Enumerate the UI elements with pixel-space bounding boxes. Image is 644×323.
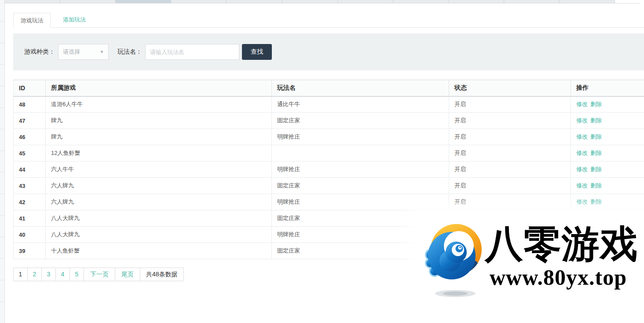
last-page-button[interactable]: 尾页 <box>115 268 140 281</box>
col-header-play: 玩法名 <box>272 80 449 96</box>
cell-status: 开启 <box>449 194 571 210</box>
top-strip-segment <box>227 0 282 3</box>
table-row: 47牌九固定庄家开启修改删除 <box>14 113 644 129</box>
cell-id: 39 <box>14 243 46 259</box>
page-button-1[interactable]: 1 <box>13 268 28 281</box>
table-row: 48道游6人牛牛通比牛牛开启修改删除 <box>14 96 644 113</box>
cell-status: 开启 <box>449 129 571 145</box>
search-button[interactable]: 查找 <box>242 44 272 60</box>
cell-actions: 修改删除 <box>571 113 644 129</box>
cell-id: 48 <box>14 96 46 113</box>
top-strip-segment <box>615 0 640 3</box>
edit-link[interactable]: 修改 <box>576 166 588 173</box>
cell-game: 道游6人牛牛 <box>46 96 272 113</box>
top-tab-strip <box>5 0 640 4</box>
cell-game: 牌九 <box>46 113 272 129</box>
caret-down-icon: ▼ <box>100 50 104 54</box>
play-name-input[interactable] <box>145 44 239 60</box>
delete-link[interactable]: 删除 <box>590 117 602 124</box>
cell-play: 固定庄家 <box>272 178 449 194</box>
cell-play <box>272 145 449 162</box>
table-row: 43六人牌九固定庄家开启修改删除 <box>14 178 644 194</box>
cell-status: 开启 <box>449 145 571 162</box>
category-select-value: 请选择 <box>63 48 80 56</box>
cell-actions: 修改删除 <box>571 162 644 178</box>
edit-link[interactable]: 修改 <box>576 198 588 205</box>
top-strip-segment <box>282 0 337 3</box>
cell-id: 45 <box>14 145 46 162</box>
cell-game: 六人牛牛 <box>46 162 272 178</box>
delete-link[interactable]: 删除 <box>590 166 602 173</box>
next-page-button[interactable]: 下一页 <box>84 268 115 281</box>
cell-actions: 修改删除 <box>571 96 644 113</box>
top-strip-segment <box>393 0 449 3</box>
filter-bar: 游戏种类： 请选择 ▼ 玩法名： 查找 <box>13 33 644 70</box>
total-count-label: 共48条数据 <box>140 268 184 281</box>
tab-game-plays[interactable]: 游戏玩法 <box>13 13 51 28</box>
cell-id: 40 <box>14 227 46 243</box>
cell-id: 47 <box>14 113 46 129</box>
play-name-label: 玩法名： <box>117 48 142 56</box>
delete-link[interactable]: 删除 <box>590 150 602 156</box>
top-strip-segment <box>338 0 393 3</box>
cell-game: 12人鱼虾蟹 <box>46 145 272 162</box>
watermark: 八零游戏 www.80yx.top <box>416 213 644 320</box>
top-strip-segment <box>116 0 171 3</box>
cell-id: 44 <box>14 162 46 178</box>
col-header-id: ID <box>14 80 46 96</box>
sidebar-sliver <box>0 0 5 323</box>
page-button-3[interactable]: 3 <box>41 268 56 281</box>
cell-id: 46 <box>14 129 46 145</box>
cell-actions: 修改删除 <box>571 194 644 210</box>
tab-add-play[interactable]: 添加玩法 <box>56 12 93 27</box>
cell-status: 开启 <box>449 113 571 129</box>
cell-play: 固定庄家 <box>272 113 449 129</box>
cell-game: 牌九 <box>46 129 272 145</box>
cell-status: 开启 <box>449 178 571 194</box>
delete-link[interactable]: 删除 <box>590 133 602 140</box>
top-strip-segment <box>60 0 116 3</box>
edit-link[interactable]: 修改 <box>576 117 588 124</box>
category-label: 游戏种类： <box>24 48 55 56</box>
table-row: 4512人鱼虾蟹开启修改删除 <box>14 145 644 162</box>
cell-status: 开启 <box>449 96 571 113</box>
watermark-title: 八零游戏 <box>485 225 638 263</box>
page-button-5[interactable]: 5 <box>70 268 84 281</box>
cell-actions: 修改删除 <box>571 178 644 194</box>
table-row: 46牌九明牌抢庄开启修改删除 <box>14 129 644 145</box>
table-header-row: ID 所属游戏 玩法名 状态 操作 <box>14 80 644 96</box>
top-strip-segment <box>5 0 60 3</box>
page-button-4[interactable]: 4 <box>55 268 70 281</box>
pagination: 12345下一页尾页共48条数据 <box>13 268 184 281</box>
table-row: 44六人牛牛明牌抢庄开启修改删除 <box>14 162 644 178</box>
edit-link[interactable]: 修改 <box>576 101 588 107</box>
cell-play: 通比牛牛 <box>272 96 449 113</box>
top-strip-segment <box>560 0 615 3</box>
wave-swirl-logo-icon <box>424 218 488 301</box>
edit-link[interactable]: 修改 <box>576 150 588 156</box>
cell-actions: 修改删除 <box>571 129 644 145</box>
cell-play: 明牌抢庄 <box>272 129 449 145</box>
cell-id: 42 <box>14 194 46 210</box>
cell-game: 六人牌九 <box>46 178 272 194</box>
page-button-2[interactable]: 2 <box>27 268 42 281</box>
cell-play: 明牌抢庄 <box>272 162 449 178</box>
cell-game: 八人大牌九 <box>46 227 272 243</box>
cell-id: 41 <box>14 210 46 227</box>
edit-link[interactable]: 修改 <box>576 133 588 140</box>
category-select[interactable]: 请选择 ▼ <box>58 44 109 60</box>
delete-link[interactable]: 删除 <box>590 101 602 107</box>
top-strip-segment <box>504 0 560 3</box>
cell-play: 明牌抢庄 <box>272 194 449 210</box>
tab-bar: 游戏玩法 添加玩法 <box>13 4 644 28</box>
edit-link[interactable]: 修改 <box>576 182 588 189</box>
cell-id: 43 <box>14 178 46 194</box>
col-header-actions: 操作 <box>571 80 644 96</box>
table-row: 42六人牌九明牌抢庄开启修改删除 <box>14 194 644 210</box>
top-strip-segment <box>171 0 227 3</box>
delete-link[interactable]: 删除 <box>590 198 602 205</box>
delete-link[interactable]: 删除 <box>590 182 602 189</box>
col-header-status: 状态 <box>449 80 571 96</box>
top-strip-segment <box>449 0 504 3</box>
col-header-game: 所属游戏 <box>46 80 272 96</box>
